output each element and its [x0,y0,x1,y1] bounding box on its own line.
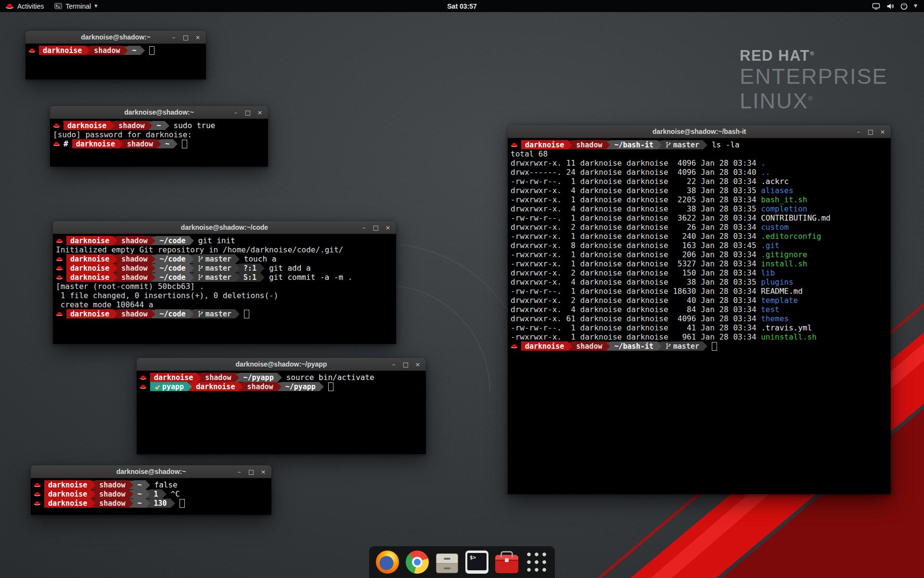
terminal-content[interactable]: darknoiseshadow~/codegit initInitialized… [53,234,396,344]
powerline-arrow-icon [113,264,117,273]
close-button[interactable]: × [193,32,203,42]
titlebar[interactable]: darknoise@shadow:~ – □ × [31,465,271,478]
volume-icon[interactable] [886,3,894,10]
minimize-button[interactable]: – [854,127,863,136]
redhat-prompt-icon [140,375,147,381]
maximize-button[interactable]: □ [246,467,256,476]
file-meta: drwxrwxr-x. 4 darknoise darknoise 38 Jan… [511,186,761,195]
powerline-arrow-icon [151,310,155,318]
dock-item-toolbox[interactable] [495,551,518,574]
powerline-arrow-icon [129,481,133,489]
prompt-segment-host: shadow [117,236,151,245]
terminal-line: darknoiseshadow~/codemaster?:1git add a [56,263,393,273]
minimize-button[interactable]: – [359,223,369,232]
prompt-segment-host: shadow [572,342,606,351]
titlebar[interactable]: darknoise@shadow:~ – □ × [26,31,206,44]
toolbox-icon [495,555,518,573]
file-name: .. [761,168,770,177]
command-text: git commit -a -m . [269,273,352,282]
minimize-button[interactable]: – [169,32,179,42]
powerline-arrow-icon [113,255,117,263]
titlebar[interactable]: darknoise@shadow:~/pyapp – □ × [137,358,426,371]
terminal-line: -rwxrwxr-x. 1 darknoise darknoise 2205 J… [511,195,888,204]
prompt-segment-user: darknoise [66,273,113,282]
titlebar[interactable]: darknoise@shadow:~ – □ × [50,106,268,119]
powerline-arrow-icon [190,264,194,273]
terminal-content[interactable]: darknoiseshadow~/pyappsource bin/activat… [137,371,426,454]
chevron-down-icon[interactable]: ▼ [914,4,917,8]
terminal-line: drwxrwxr-x. 4 darknoise darknoise 38 Jan… [511,186,888,195]
dock-item-firefox[interactable] [376,551,399,574]
minimize-button[interactable]: – [389,359,398,369]
redhat-prompt-icon [34,482,41,488]
terminal-line: drwxrwxr-x. 2 darknoise darknoise 150 Ja… [511,268,888,277]
close-button[interactable]: × [383,223,393,232]
powerline-arrow-icon [124,46,128,55]
dock-item-files[interactable] [436,551,459,574]
maximize-button[interactable]: □ [401,359,411,369]
dock-item-chrome[interactable] [406,551,429,574]
powerline-arrow-icon [190,273,194,282]
terminal-content[interactable]: darknoiseshadow~ [26,44,206,79]
terminal-line: -rw-rw-r--. 1 darknoise darknoise 18630 … [511,287,888,296]
prompt-segment-path: ~ [128,46,140,55]
maximize-button[interactable]: □ [243,107,253,117]
redhat-logo-icon [5,3,14,10]
prompt-segment-git: master [194,273,235,282]
branch-icon [666,342,671,350]
maximize-button[interactable]: □ [371,223,381,232]
terminal-content[interactable]: darknoiseshadow~/bash-itmasterls -latota… [508,138,891,494]
powerline-arrow-icon [129,499,133,508]
output-text: create mode 100644 a [56,300,153,309]
redhat-prompt-icon [53,123,60,129]
powerline-arrow-icon [151,273,155,282]
powerline-arrow-icon [146,481,150,489]
prompt-segment-exit: 130 [150,499,171,508]
terminal-content[interactable]: darknoiseshadow~sudo true[sudo] password… [50,119,268,167]
activities-button[interactable]: Activities [0,0,49,12]
prompt-segment-host: shadow [123,139,157,148]
close-button[interactable]: × [878,127,887,136]
terminal-line: darknoiseshadow~false [34,480,269,489]
display-icon[interactable] [872,3,880,10]
dock-item-terminal[interactable]: $> [465,551,488,574]
titlebar[interactable]: darknoise@shadow:~/code – □ × [53,221,396,234]
powerline-arrow-icon [151,236,155,245]
close-button[interactable]: × [413,359,423,369]
activities-label: Activities [17,2,44,10]
file-name: .travis.yml [761,323,812,332]
terminal-content[interactable]: darknoiseshadow~falsedarknoiseshadow~1^C… [31,478,271,515]
file-name: custom [761,223,789,232]
close-button[interactable]: × [258,467,268,476]
output-text: [master (root-commit) 50bcb63] . [56,282,204,291]
clock[interactable]: Sat 03:57 [447,2,476,10]
dock-item-appgrid[interactable] [525,551,548,574]
powerline-arrow-icon [657,141,662,149]
output-text: total 68 [511,149,548,158]
redhat-prompt-icon [56,275,63,280]
titlebar[interactable]: darknoise@shadow:~/bash-it – □ × [508,125,891,138]
file-name: themes [761,314,789,323]
window-title: darknoise@shadow:~/bash-it [653,128,746,135]
file-meta: -rwxrwxr-x. 1 darknoise darknoise 961 Ja… [511,332,761,342]
file-name: test [761,305,780,314]
powerline-arrow-icon [235,255,240,263]
prompt-segment-path: ~ [133,489,145,499]
app-menu-terminal[interactable]: Terminal ▼ [49,0,103,12]
terminal-line: pyappdarknoiseshadow~/pyapp [140,382,423,391]
minimize-button[interactable]: – [231,107,241,117]
maximize-button[interactable]: □ [866,127,875,136]
terminal-line: drwxrwxr-x. 11 darknoise darknoise 4096 … [511,158,888,168]
command-text: false [154,480,178,489]
terminal-line: darknoiseshadow~sudo true [53,121,265,130]
maximize-button[interactable]: □ [181,32,191,42]
prompt-segment-path: ~ [133,499,145,508]
prompt-segment-path: ~ [161,139,173,148]
powerline-arrow-icon [657,342,662,351]
terminal-line: -rwxrwxr-x. 1 darknoise darknoise 5327 J… [511,259,888,268]
top-bar: Activities Terminal ▼ Sat 03:57 ▼ [0,0,924,12]
terminal-icon: $> [465,551,488,574]
minimize-button[interactable]: – [234,467,244,476]
close-button[interactable]: × [255,107,265,117]
power-icon[interactable] [900,2,908,10]
